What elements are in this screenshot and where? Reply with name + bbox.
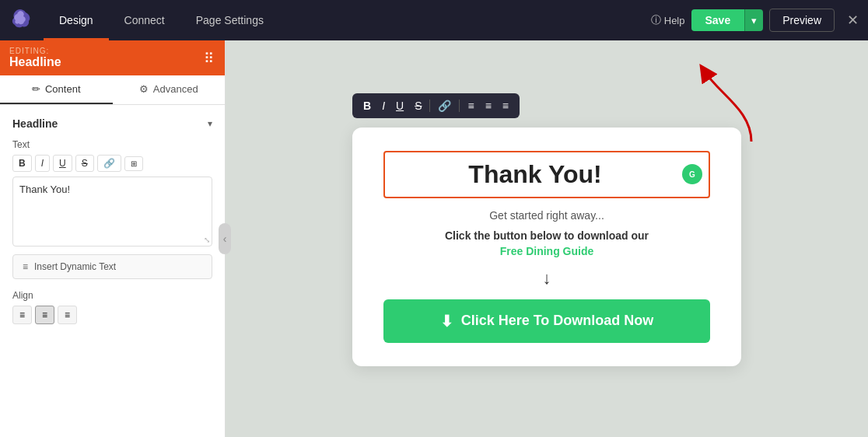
pencil-icon: ✏ [32, 83, 40, 95]
bold-button[interactable]: B [12, 155, 32, 172]
float-align-left-button[interactable]: ≡ [464, 98, 477, 114]
headline-text: Thank You! [393, 160, 677, 189]
grid-icon[interactable]: ⠿ [204, 50, 215, 67]
tab-advanced[interactable]: ⚙ Advanced [113, 75, 226, 104]
main-layout: EDITING: Headline ⠿ ✏ Content ⚙ Advanced… [0, 40, 868, 437]
headline-section-title: Headline [12, 117, 58, 130]
editing-header: EDITING: Headline ⠿ [0, 40, 225, 75]
save-button[interactable]: Save [691, 9, 745, 31]
download-now-button[interactable]: ⬇ Click Here To Download Now [383, 299, 710, 343]
table-button[interactable]: ⊞ [124, 156, 143, 171]
page-card: B I U S 🔗 ≡ ≡ ≡ Thank You! G Get started… [352, 128, 741, 366]
tab-connect[interactable]: Connect [109, 0, 180, 40]
close-icon: ✕ [847, 12, 859, 28]
help-button[interactable]: ⓘ Help [651, 13, 685, 27]
italic-button[interactable]: I [35, 155, 50, 172]
panel-resize-handle[interactable] [219, 223, 231, 254]
app-logo [9, 8, 31, 33]
toolbar-divider-2 [459, 100, 460, 112]
panel-tabs: ✏ Content ⚙ Advanced [0, 75, 225, 105]
float-align-right-button[interactable]: ≡ [499, 98, 512, 114]
sliders-icon: ⚙ [139, 83, 149, 95]
preview-button[interactable]: Preview [769, 9, 835, 32]
float-align-center-button[interactable]: ≡ [482, 98, 495, 114]
chevron-down-icon: ▾ [751, 15, 757, 26]
align-left-button[interactable]: ≡ [12, 306, 32, 324]
canvas-area: B I U S 🔗 ≡ ≡ ≡ Thank You! G Get started… [226, 40, 868, 437]
editing-prefix-label: EDITING: [9, 47, 61, 55]
help-circle-icon: ⓘ [651, 13, 661, 27]
text-content: Thank You! [19, 184, 70, 195]
floating-format-toolbar: B I U S 🔗 ≡ ≡ ≡ [352, 93, 520, 118]
headline-section-header: Headline ▾ [12, 117, 212, 130]
align-center-button[interactable]: ≡ [35, 306, 54, 324]
arrow-down-icon: ↓ [383, 268, 710, 288]
save-dropdown-button[interactable]: ▾ [744, 9, 763, 31]
grammarly-icon: G [682, 164, 702, 184]
download-icon: ⬇ [440, 312, 453, 330]
float-italic-button[interactable]: I [379, 98, 388, 114]
navbar: Design Connect Page Settings ⓘ Help Save… [0, 0, 868, 40]
navbar-right: ⓘ Help Save ▾ Preview ✕ [651, 9, 859, 32]
headline-edit-box[interactable]: Thank You! G [383, 151, 710, 198]
subtext: Get started right away... [383, 209, 710, 222]
rows-icon: ≡ [23, 261, 28, 272]
strikethrough-button[interactable]: S [75, 155, 94, 172]
align-right-button[interactable]: ≡ [58, 306, 77, 324]
left-panel: EDITING: Headline ⠿ ✏ Content ⚙ Advanced… [0, 40, 226, 437]
float-link-button[interactable]: 🔗 [435, 98, 454, 114]
align-buttons: ≡ ≡ ≡ [12, 306, 212, 324]
navbar-tabs: Design Connect Page Settings [44, 0, 651, 40]
link-button[interactable]: 🔗 [97, 155, 121, 172]
float-underline-button[interactable]: U [393, 98, 407, 114]
text-field-label: Text [12, 139, 212, 150]
insert-dynamic-text-button[interactable]: ≡ Insert Dynamic Text [12, 254, 212, 279]
resize-handle-icon: ⤡ [204, 236, 210, 244]
tab-design[interactable]: Design [44, 0, 109, 40]
editing-element-name: Headline [9, 55, 61, 69]
tab-content[interactable]: ✏ Content [0, 75, 113, 104]
close-button[interactable]: ✕ [847, 12, 859, 29]
underline-button[interactable]: U [53, 155, 72, 172]
section-collapse-icon[interactable]: ▾ [208, 118, 212, 129]
green-link-text: Free Dining Guide [383, 245, 710, 257]
tab-page-settings[interactable]: Page Settings [180, 0, 279, 40]
bold-instruction-text: Click the button below to download our [383, 229, 710, 242]
align-label: Align [12, 290, 212, 301]
toolbar-divider [429, 100, 430, 112]
align-section: Align ≡ ≡ ≡ [12, 290, 212, 324]
float-bold-button[interactable]: B [360, 98, 374, 114]
save-button-group: Save ▾ [691, 9, 764, 31]
float-strike-button[interactable]: S [411, 98, 425, 114]
text-edit-area[interactable]: Thank You! ⤡ [12, 177, 212, 246]
panel-content: Headline ▾ Text B I U S 🔗 ⊞ Thank You! ⤡ [0, 105, 225, 437]
text-format-toolbar: B I U S 🔗 ⊞ [12, 155, 212, 172]
